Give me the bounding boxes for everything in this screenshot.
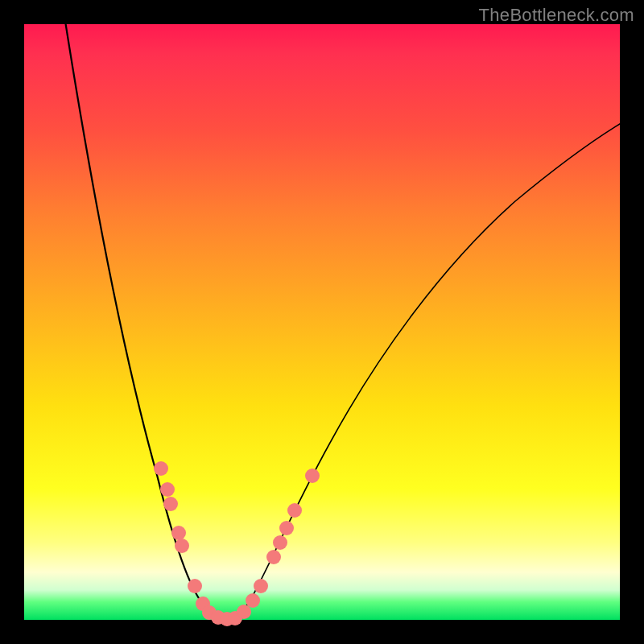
data-dot [246,593,260,608]
data-dot [163,497,178,511]
dot-group [154,461,320,626]
data-dot [254,579,268,593]
right-curve [227,117,632,620]
data-dot [287,503,302,518]
left-curve [64,16,227,620]
data-dot [266,550,281,564]
data-dot [273,535,287,550]
watermark: TheBottleneck.com [479,5,634,26]
data-dot [305,469,320,483]
data-dot [160,482,175,497]
data-dot [279,521,294,535]
data-dot [171,526,186,540]
data-dot [188,579,202,593]
data-dot [154,461,168,476]
data-dot [175,539,189,553]
chart-svg [24,24,620,620]
curve-group [64,16,632,620]
data-dot [237,605,251,619]
